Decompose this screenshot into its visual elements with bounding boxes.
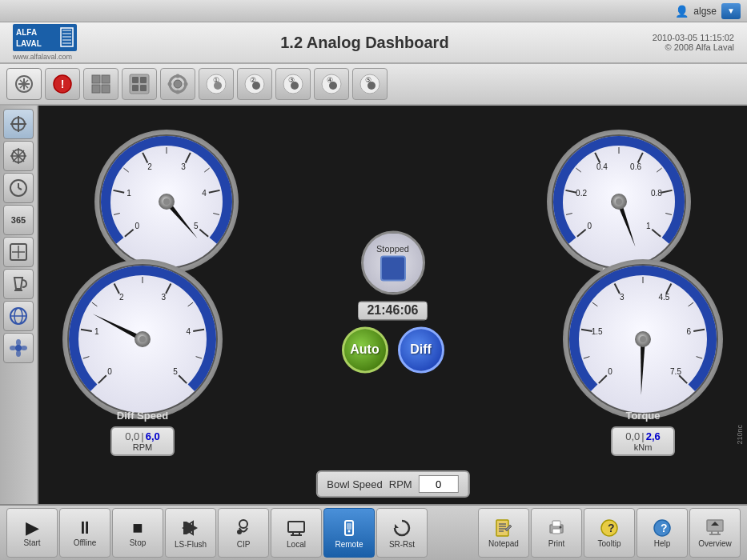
- stop-icon-btn: ■: [132, 519, 143, 537]
- start-label: Start: [23, 538, 40, 547]
- diff-speed-set-value: 0,0: [125, 430, 139, 442]
- svg-rect-17: [132, 85, 139, 91]
- print-label: Print: [548, 539, 565, 548]
- start-icon: ▶: [26, 519, 39, 537]
- svg-point-66: [239, 520, 247, 528]
- overview-button[interactable]: Overview: [689, 508, 741, 558]
- svg-point-23: [168, 82, 172, 86]
- notepad-button[interactable]: Notepad: [478, 508, 529, 558]
- tooltip-label: Tooltip: [598, 539, 621, 548]
- local-label: Local: [287, 540, 306, 549]
- sr-rst-button[interactable]: SR-Rst: [376, 508, 428, 558]
- stop-icon: [380, 255, 406, 281]
- user-dropdown-button[interactable]: ▼: [721, 3, 741, 19]
- toolbar-grid-button[interactable]: [83, 68, 118, 100]
- svg-text:LAVAL: LAVAL: [16, 39, 42, 48]
- svg-rect-18: [140, 85, 147, 91]
- help-label: Help: [654, 539, 671, 548]
- nav1-icon: ①: [205, 73, 227, 95]
- svg-point-27: [214, 82, 222, 90]
- svg-text:?: ?: [608, 522, 615, 534]
- toolbar-dashboard-button[interactable]: [122, 68, 157, 100]
- copyright-label: © 2008 Alfa Laval: [665, 42, 734, 52]
- svg-point-74: [348, 530, 351, 532]
- torque-current-value: 2,6: [646, 430, 661, 442]
- sidebar-crosshair-button[interactable]: [3, 109, 34, 139]
- auto-diff-row: Auto Diff: [342, 326, 444, 373]
- diff-speed-gauge-canvas: [54, 243, 231, 419]
- time-display: 21:46:06: [358, 301, 427, 320]
- sidebar-cup-button[interactable]: [3, 269, 34, 299]
- local-icon: [286, 518, 307, 538]
- diff-speed-current-value: 6,0: [146, 430, 160, 442]
- start-button[interactable]: ▶ Start: [6, 508, 58, 558]
- bottom-right-buttons: Notepad Print ? Tooltip ? Help: [478, 508, 741, 558]
- sidebar-calendar-button[interactable]: 365: [3, 205, 34, 235]
- toolbar-nav3-button[interactable]: ③: [275, 68, 311, 100]
- toolbar-nav2-button[interactable]: ②: [237, 68, 272, 100]
- crosshair2-icon: [9, 146, 28, 166]
- svg-point-22: [176, 90, 180, 94]
- toolbar-settings-button[interactable]: [160, 68, 195, 100]
- cip-button[interactable]: CIP: [218, 508, 269, 558]
- print-icon: [547, 518, 566, 538]
- left-sidebar: 365: [0, 106, 38, 504]
- help-icon: ?: [653, 518, 672, 538]
- tooltip-button[interactable]: ? Tooltip: [584, 508, 635, 558]
- overview-icon: [705, 518, 725, 538]
- sr-rst-icon: [392, 518, 412, 538]
- bowl-speed-input[interactable]: [419, 475, 459, 493]
- clock-icon: [9, 178, 28, 198]
- torque-label: Torque: [625, 410, 660, 422]
- sidebar-gauge-button[interactable]: [3, 237, 34, 267]
- torque-display: 0,0 | 2,6 kNm: [611, 426, 675, 456]
- sidebar-clock-button[interactable]: [3, 173, 34, 203]
- bowl-speed-label: Bowl Speed: [327, 478, 382, 490]
- bottom-bar: ▶ Start ⏸ Offline ■ Stop LS-Flush CIP: [0, 504, 747, 560]
- page-title: 1.2 Analog Dashboard: [280, 34, 448, 52]
- header-right: 2010-03-05 11:15:02 © 2008 Alfa Laval: [653, 33, 734, 52]
- remote-label: Remote: [335, 540, 363, 549]
- sidebar-crosshair2-button[interactable]: [3, 141, 34, 171]
- svg-point-59: [16, 339, 21, 346]
- svg-rect-13: [102, 85, 110, 93]
- top-bar: 👤 algse ▼: [0, 0, 747, 22]
- print-button[interactable]: Print: [531, 508, 582, 558]
- svg-text:ALFA: ALFA: [16, 28, 37, 37]
- notepad-label: Notepad: [488, 539, 519, 548]
- ls-flush-button[interactable]: LS-Flush: [165, 508, 216, 558]
- toolbar-home-button[interactable]: [6, 68, 42, 100]
- svg-point-61: [10, 346, 16, 350]
- nav2-icon: ②: [243, 73, 266, 95]
- help-button[interactable]: ? Help: [637, 508, 688, 558]
- offline-button[interactable]: ⏸ Offline: [59, 508, 110, 558]
- sidebar-globe-button[interactable]: [3, 301, 34, 331]
- remote-button[interactable]: Remote: [323, 508, 375, 558]
- local-button[interactable]: Local: [271, 508, 322, 558]
- svg-line-50: [18, 188, 22, 190]
- diff-speed-gauge: Diff Speed 0,0 | 6,0 RPM: [54, 243, 231, 456]
- auto-button[interactable]: Auto: [342, 326, 388, 373]
- torque-gauge-canvas: [555, 243, 731, 419]
- svg-rect-16: [140, 77, 147, 83]
- bowl-speed-bar: Bowl Speed RPM: [315, 470, 469, 498]
- stopped-button[interactable]: Stopped: [361, 230, 425, 294]
- svg-marker-75: [395, 524, 399, 528]
- toolbar-nav5-button[interactable]: ⑤: [352, 68, 388, 100]
- gauge-icon: [9, 242, 28, 262]
- ls-flush-label: LS-Flush: [175, 540, 207, 549]
- toolbar-nav1-button[interactable]: ①: [199, 68, 234, 100]
- sidebar-flower-button[interactable]: [3, 333, 34, 363]
- nav3-icon: ③: [282, 73, 304, 95]
- diff-speed-unit: RPM: [118, 442, 167, 452]
- diff-button[interactable]: Diff: [398, 326, 444, 373]
- svg-rect-73: [347, 523, 351, 530]
- bowl-speed-unit: RPM: [389, 478, 412, 490]
- globe-icon: [9, 306, 28, 326]
- stop-button[interactable]: ■ Stop: [112, 508, 163, 558]
- diff-speed-label: Diff Speed: [117, 410, 168, 422]
- toolbar-alarm-button[interactable]: !: [45, 68, 80, 100]
- logo-url: www.alfalaval.com: [13, 53, 72, 61]
- toolbar-nav4-button[interactable]: ④: [314, 68, 349, 100]
- cip-label: CIP: [237, 540, 251, 549]
